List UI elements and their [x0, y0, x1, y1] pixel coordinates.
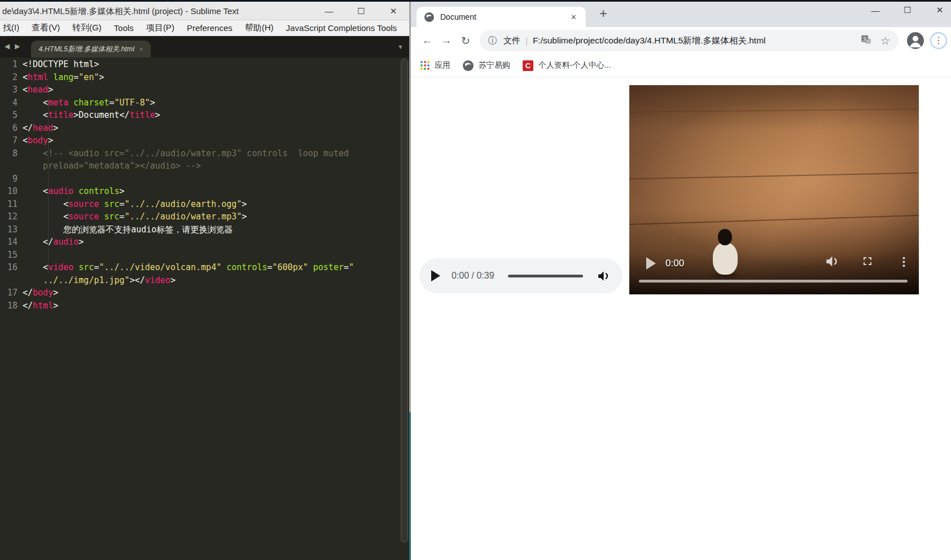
audio-player[interactable]: 0:00 / 0:39	[419, 258, 623, 293]
menu-item[interactable]: Preferences	[181, 23, 239, 33]
menu-item[interactable]: 帮助(H)	[239, 23, 280, 33]
code-line: 18</html>	[0, 299, 411, 312]
line-number: 2	[0, 71, 23, 84]
bookmark-suning-label[interactable]: 苏宁易购	[479, 60, 510, 70]
code-line: 4 <meta charset="UTF-8">	[0, 96, 411, 109]
sublime-window-controls: — ☐ ✕	[323, 2, 399, 20]
poster-floor-seam	[629, 215, 919, 226]
chrome-window: Document ✕ + — ☐ ✕ ← → ↻ ⓘ 文件 | F:/subli…	[411, 0, 951, 560]
code-line: 6</head>	[0, 122, 411, 135]
minimize-button[interactable]: —	[868, 6, 883, 15]
sublime-menubar: 找(I)查看(V)转到(G)Tools项目(P)Preferences帮助(H)…	[0, 20, 411, 36]
code-line: 15	[0, 249, 411, 262]
tab-overflow-icon[interactable]: ▼	[397, 43, 404, 50]
screen: de\day3\4.HTML5新增.多媒体相关.html (project) -…	[0, 0, 951, 560]
bookmark-profile-label[interactable]: 个人资料-个人中心...	[538, 60, 611, 70]
line-number: 7	[0, 134, 23, 147]
sublime-tab-label: 4.HTML5新增.多媒体相关.html	[39, 45, 134, 54]
code-line: 10 <audio controls>	[0, 185, 411, 198]
close-button[interactable]: ✕	[388, 6, 399, 16]
bookmark-globe-icon[interactable]	[463, 60, 474, 71]
code-line: 11 <source src="../../audio/earth.ogg">	[0, 198, 411, 211]
video-volume-icon[interactable]	[825, 254, 840, 271]
maximize-button[interactable]: ☐	[900, 5, 915, 15]
prev-tab-icon[interactable]: ◀	[5, 42, 15, 50]
menu-item[interactable]: Tools	[108, 23, 140, 33]
code-editor[interactable]: 1<!DOCTYPE html>2<html lang="en">3<head>…	[0, 58, 411, 560]
close-button[interactable]: ✕	[932, 5, 947, 15]
menu-item[interactable]: 查看(V)	[25, 23, 66, 33]
audio-play-button[interactable]	[431, 270, 440, 281]
next-tab-icon[interactable]: ▶	[15, 42, 25, 50]
menu-item[interactable]: 转到(G)	[66, 23, 108, 33]
line-number: 9	[0, 173, 23, 186]
chrome-tabstrip: Document ✕ + — ☐ ✕	[411, 0, 951, 27]
code-line: 1<!DOCTYPE html>	[0, 58, 411, 71]
code-line: 12 <source src="../../audio/water.mp3">	[0, 210, 411, 223]
line-number	[0, 160, 23, 173]
back-button[interactable]: ←	[418, 34, 437, 47]
line-number: 5	[0, 109, 23, 122]
menu-item[interactable]: JavaScript Completions Tools	[280, 23, 403, 33]
bookmarks-bar: 应用 苏宁易购 C 个人资料-个人中心...	[411, 54, 951, 77]
browser-tab[interactable]: Document ✕	[417, 7, 586, 27]
sublime-tabbar: ◀▶ 4.HTML5新增.多媒体相关.html × ▼	[0, 36, 411, 58]
maximize-button[interactable]: ☐	[356, 6, 367, 16]
page-info-icon[interactable]: ⓘ	[488, 35, 497, 47]
forward-button[interactable]: →	[437, 34, 456, 47]
address-bar[interactable]: ⓘ 文件 | F:/sublime/project/code/day3/4.HT…	[480, 30, 899, 51]
sublime-titlebar[interactable]: de\day3\4.HTML5新增.多媒体相关.html (project) -…	[0, 2, 411, 20]
code-line: 5 <title>Document</title>	[0, 109, 411, 122]
url-scheme-label: 文件	[503, 36, 520, 46]
url-text[interactable]: F:/sublime/project/code/day3/4.HTML5新增.多…	[533, 35, 855, 47]
sublime-window-title: de\day3\4.HTML5新增.多媒体相关.html (project) -…	[0, 2, 305, 20]
code-line: 14 </audio>	[0, 236, 411, 249]
video-fullscreen-icon[interactable]	[861, 254, 874, 270]
sublime-tab-active[interactable]: 4.HTML5新增.多媒体相关.html ×	[31, 41, 151, 58]
video-play-button[interactable]	[646, 257, 656, 270]
code-line: 13 您的浏览器不支持audio标签，请更换浏览器	[0, 223, 411, 236]
audio-seek-slider[interactable]	[508, 275, 583, 277]
code-line: 16 <video src="../../video/volcan.mp4" c…	[0, 261, 411, 274]
screen-top-edge	[0, 0, 951, 2]
svg-text:G: G	[866, 39, 870, 44]
bookmark-c-badge-icon[interactable]: C	[523, 60, 533, 71]
indent-guide	[68, 185, 69, 236]
video-overflow-menu-icon[interactable]	[897, 255, 911, 271]
editor-scrollbar[interactable]	[401, 59, 408, 543]
minimize-button[interactable]: —	[323, 6, 335, 16]
audio-time-display: 0:00 / 0:39	[452, 271, 494, 281]
line-number: 17	[0, 286, 23, 299]
line-number: 12	[0, 210, 23, 223]
menu-item[interactable]: 找(I)	[2, 23, 25, 33]
tab-close-icon[interactable]: ✕	[569, 13, 578, 21]
menu-item[interactable]: 项目(P)	[140, 23, 181, 33]
poster-child-figure	[713, 229, 738, 280]
bookmark-apps-label[interactable]: 应用	[435, 60, 450, 70]
reload-button[interactable]: ↻	[456, 34, 475, 47]
code-line: 7<body>	[0, 134, 411, 147]
video-seek-timeline[interactable]	[639, 280, 908, 283]
code-line: 9	[0, 173, 411, 186]
bookmark-star-icon[interactable]: ☆	[880, 34, 890, 47]
code-line: ../../img/p1.jpg"></video>	[0, 274, 411, 287]
line-number: 3	[0, 83, 23, 96]
line-number: 6	[0, 122, 23, 135]
video-player[interactable]: 0:00	[629, 85, 919, 294]
line-number: 8	[0, 147, 23, 160]
translate-icon[interactable]: 文G	[861, 34, 871, 47]
new-tab-button[interactable]: +	[594, 5, 613, 23]
line-number	[0, 274, 23, 287]
audio-volume-icon[interactable]	[597, 269, 611, 283]
sublime-tab-close-icon[interactable]: ×	[139, 46, 143, 52]
profile-avatar[interactable]	[907, 32, 924, 49]
apps-grid-icon[interactable]	[420, 61, 430, 70]
code-line: preload="metadata"></audio> -->	[0, 160, 411, 173]
url-divider: |	[525, 36, 528, 46]
chrome-toolbar: ← → ↻ ⓘ 文件 | F:/sublime/project/code/day…	[411, 27, 951, 54]
line-number: 14	[0, 236, 23, 249]
line-number: 18	[0, 299, 23, 312]
code-lines: 1<!DOCTYPE html>2<html lang="en">3<head>…	[0, 58, 411, 312]
chrome-menu-button[interactable]: ⋮	[930, 32, 947, 49]
tab-nav-arrows[interactable]: ◀▶	[5, 42, 25, 50]
